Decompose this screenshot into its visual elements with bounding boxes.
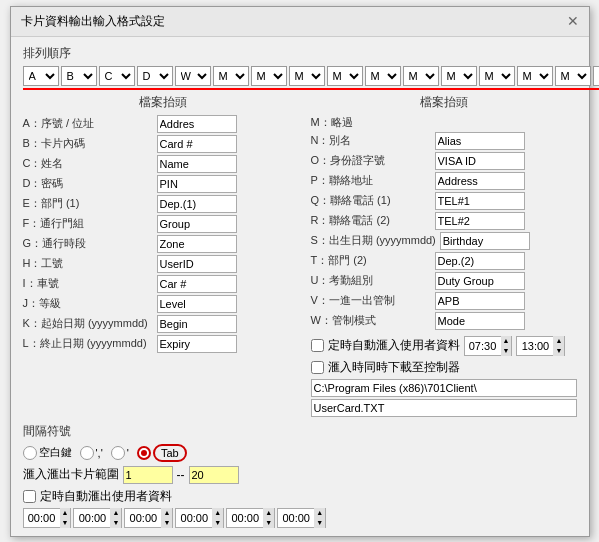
auto-import-row: 定時自動滙入使用者資料 07:30 ▲ ▼ 13:00 ▲: [311, 336, 577, 356]
right-input-T[interactable]: [435, 252, 525, 270]
sort-select-8[interactable]: M: [327, 66, 363, 86]
sort-select-15[interactable]: M: [593, 66, 600, 86]
bottom-time-input-3[interactable]: [176, 509, 212, 527]
right-input-U[interactable]: [435, 272, 525, 290]
right-input-Q[interactable]: [435, 192, 525, 210]
right-label-S: S：出生日期 (yyyymmdd): [311, 233, 436, 248]
spin-btns-2: ▲ ▼: [553, 336, 564, 356]
sort-select-5[interactable]: M: [213, 66, 249, 86]
interval-label: 間隔符號: [23, 423, 303, 440]
field-input-F[interactable]: [157, 215, 237, 233]
sort-order-row: A B C D W M M M M M M M M M M M: [23, 66, 577, 90]
bottom-time-input-2[interactable]: [125, 509, 161, 527]
right-input-N[interactable]: [435, 132, 525, 150]
sort-select-9[interactable]: M: [365, 66, 401, 86]
right-label-N: N：別名: [311, 133, 431, 148]
spin-down-1[interactable]: ▼: [501, 346, 512, 356]
spin-down-2[interactable]: ▼: [553, 346, 564, 356]
field-row-C: C：姓名: [23, 155, 303, 173]
field-input-J[interactable]: [157, 295, 237, 313]
bottom-spin-3: ▲ ▼: [212, 508, 223, 528]
auto-import-checkbox[interactable]: [311, 339, 324, 352]
sort-select-3[interactable]: D: [137, 66, 173, 86]
sort-select-6[interactable]: M: [251, 66, 287, 86]
auto-export-checkbox[interactable]: [23, 490, 36, 503]
radio-tab-circle[interactable]: [137, 446, 151, 460]
right-field-row-N: N：別名: [311, 132, 577, 150]
field-row-J: J：等級: [23, 295, 303, 313]
bottom-spin-down-3[interactable]: ▼: [212, 518, 223, 528]
main-dialog: 卡片資料輸出輸入格式設定 ✕ 排列順序 A B C D W M M M M M …: [10, 6, 590, 537]
field-row-B: B：卡片內碼: [23, 135, 303, 153]
sort-select-11[interactable]: M: [441, 66, 477, 86]
bottom-spin-up-3[interactable]: ▲: [212, 508, 223, 518]
bottom-spin-up-0[interactable]: ▲: [60, 508, 71, 518]
bottom-spin-down-1[interactable]: ▼: [110, 518, 121, 528]
field-input-C[interactable]: [157, 155, 237, 173]
radio-dot-circle[interactable]: [80, 446, 94, 460]
download-on-import-checkbox[interactable]: [311, 361, 324, 374]
time-input-2[interactable]: 13:00: [517, 337, 553, 355]
sort-select-12[interactable]: M: [479, 66, 515, 86]
range-from[interactable]: [123, 466, 173, 484]
bottom-spin-5: ▲ ▼: [314, 508, 325, 528]
sort-select-1[interactable]: B: [61, 66, 97, 86]
bottom-spin-down-4[interactable]: ▼: [263, 518, 274, 528]
right-input-R[interactable]: [435, 212, 525, 230]
right-field-row-Q: Q：聯絡電話 (1): [311, 192, 577, 210]
right-input-O[interactable]: [435, 152, 525, 170]
right-input-V[interactable]: [435, 292, 525, 310]
bottom-spin-up-2[interactable]: ▲: [161, 508, 172, 518]
bottom-spin-up-1[interactable]: ▲: [110, 508, 121, 518]
path-input[interactable]: [311, 379, 577, 397]
spin-up-2[interactable]: ▲: [553, 336, 564, 346]
download-on-import-row: 滙入時同時下載至控制器: [311, 359, 577, 376]
right-label-U: U：考勤組別: [311, 273, 431, 288]
bottom-spin-down-2[interactable]: ▼: [161, 518, 172, 528]
sort-select-4[interactable]: W: [175, 66, 211, 86]
filename-input[interactable]: [311, 399, 577, 417]
dialog-body: 排列順序 A B C D W M M M M M M M M M M M: [11, 37, 589, 536]
field-input-E[interactable]: [157, 195, 237, 213]
radio-space-circle[interactable]: [23, 446, 37, 460]
field-input-K[interactable]: [157, 315, 237, 333]
field-input-I[interactable]: [157, 275, 237, 293]
right-input-W[interactable]: [435, 312, 525, 330]
right-field-row-M: M：略過: [311, 115, 577, 130]
field-input-D[interactable]: [157, 175, 237, 193]
range-to[interactable]: [189, 466, 239, 484]
spin-up-1[interactable]: ▲: [501, 336, 512, 346]
bottom-spin-down-0[interactable]: ▼: [60, 518, 71, 528]
bottom-spin-up-4[interactable]: ▲: [263, 508, 274, 518]
bottom-spin-down-5[interactable]: ▼: [314, 518, 325, 528]
sort-select-14[interactable]: M: [555, 66, 591, 86]
field-input-G[interactable]: [157, 235, 237, 253]
bottom-time-input-4[interactable]: [227, 509, 263, 527]
field-input-A[interactable]: [157, 115, 237, 133]
right-field-row-V: V：一進一出管制: [311, 292, 577, 310]
sort-select-2[interactable]: C: [99, 66, 135, 86]
radio-single-circle[interactable]: [111, 446, 125, 460]
close-button[interactable]: ✕: [567, 14, 579, 28]
bottom-time-input-0[interactable]: [24, 509, 60, 527]
field-row-K: K：起始日期 (yyyymmdd): [23, 315, 303, 333]
field-row-F: F：通行門組: [23, 215, 303, 233]
field-input-H[interactable]: [157, 255, 237, 273]
sort-select-0[interactable]: A: [23, 66, 59, 86]
right-input-S[interactable]: [440, 232, 530, 250]
field-input-B[interactable]: [157, 135, 237, 153]
sort-select-7[interactable]: M: [289, 66, 325, 86]
right-input-P[interactable]: [435, 172, 525, 190]
bottom-time-input-5[interactable]: [278, 509, 314, 527]
sort-select-10[interactable]: M: [403, 66, 439, 86]
time-input-1[interactable]: 07:30: [465, 337, 501, 355]
field-input-L[interactable]: [157, 335, 237, 353]
field-row-H: H：工號: [23, 255, 303, 273]
right-field-row-S: S：出生日期 (yyyymmdd): [311, 232, 577, 250]
bottom-time-input-1[interactable]: [74, 509, 110, 527]
bottom-spin-up-5[interactable]: ▲: [314, 508, 325, 518]
right-label-O: O：身份證字號: [311, 153, 431, 168]
right-label-T: T：部門 (2): [311, 253, 431, 268]
sort-select-13[interactable]: M: [517, 66, 553, 86]
right-label-M: M：略過: [311, 115, 431, 130]
